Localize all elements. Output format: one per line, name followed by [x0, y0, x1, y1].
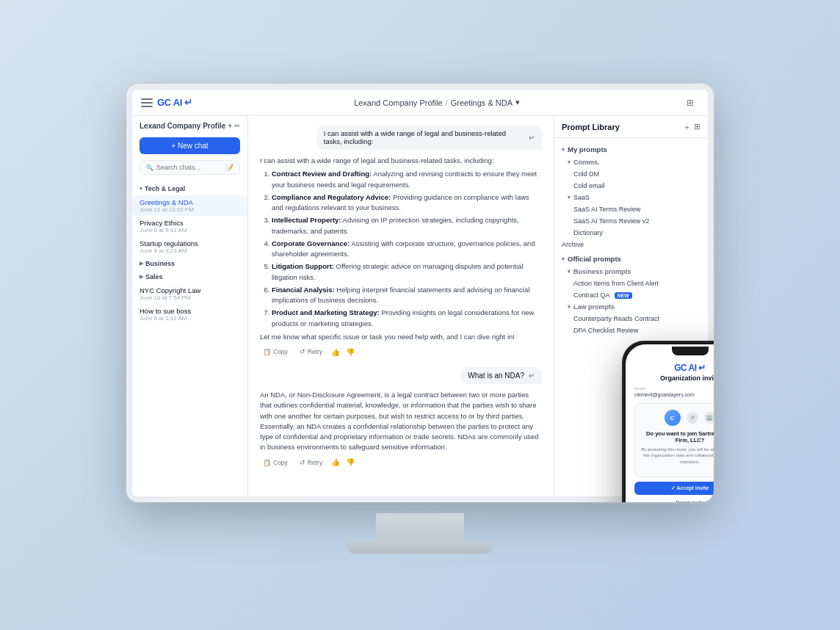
breadcrumb-separator: / [446, 98, 448, 107]
thumbup-button-1[interactable]: 👍 [331, 348, 340, 356]
subsection-label: Law prompts [573, 303, 615, 311]
section-label: Official prompts [568, 255, 621, 263]
subsection-label: SaaS [573, 194, 590, 201]
grid-icon[interactable]: ⊞ [681, 94, 699, 112]
sidebar: Lexand Company Profile ▾ ✏ + New chat 🔍 … [132, 116, 248, 496]
ai-message-2: An NDA, or Non-Disclosure Agreement, is … [260, 390, 542, 468]
pl-item-saas-terms-1[interactable]: SaaS AI Terms Review [554, 203, 708, 215]
send-icon-2: ↵ [529, 372, 535, 380]
collapse-icon: ▾ [568, 195, 571, 200]
thumbdown-button-2[interactable]: 👎 [346, 458, 355, 466]
collapse-icon: ▾ [562, 256, 565, 262]
phone-email-value: clement@gcaislayers.com [634, 392, 695, 397]
phone-overlay: GC AI ↵ Organization invite Email clemen… [622, 341, 714, 502]
collapse-icon: ▾ [568, 304, 571, 310]
reject-invite-button[interactable]: Reject invite [634, 498, 714, 502]
chat-item-title: Startup regulations [140, 239, 240, 247]
pl-subsection-comms[interactable]: ▾ Comms. [554, 156, 708, 168]
subsection-label: Comms. [573, 159, 600, 166]
retry-button-1[interactable]: ↺ Retry [297, 347, 325, 357]
chat-item-date: June 9 at 9:41 AM [140, 227, 240, 233]
user-bubble-2: What is an NDA? ↵ [460, 367, 542, 384]
ai-nda-text: An NDA, or Non-Disclosure Agreement, is … [260, 390, 542, 453]
section-label: Business [145, 260, 175, 267]
chat-item-privacy-ethics[interactable]: Privacy Ethics June 9 at 9:41 AM [132, 216, 247, 236]
collapse-icon: ▾ [568, 269, 571, 275]
send-icon: ↵ [529, 134, 535, 142]
breadcrumb-company[interactable]: Lexand Company Profile [354, 98, 442, 107]
pl-item-dictionary[interactable]: Dictionary [554, 227, 708, 239]
subsection-label: Business prompts [573, 268, 631, 275]
sidebar-section-title-business[interactable]: ▶ Business [140, 260, 240, 267]
sidebar-section-business: ▶ Business [132, 257, 247, 270]
pl-item-dpa-checklist[interactable]: DPA Checklist Review [554, 325, 708, 336]
top-bar-actions: ⊞ [681, 94, 699, 112]
copy-button-1[interactable]: 📋 Copy [260, 347, 291, 357]
profile-label: Lexand Company Profile [140, 122, 225, 130]
list-item-5: Litigation Support: Offering strategic a… [272, 261, 542, 283]
pl-section-my-prompts: ▾ My prompts ▾ Comms. Cold DM Cold email [554, 142, 708, 250]
section-label: My prompts [568, 145, 607, 153]
pl-subsection-law-prompts[interactable]: ▾ Law prompts [554, 301, 708, 313]
chat-item-title: How to sue boss [140, 307, 240, 315]
chat-item-date: June 8 at 2:12 AM [140, 315, 240, 322]
message-actions-2: 📋 Copy ↺ Retry 👍 👎 [260, 457, 542, 468]
new-chat-label: + New chat [171, 142, 208, 150]
sidebar-section-title-tech-legal[interactable]: ▾ Tech & Legal [140, 184, 240, 194]
chat-item-date: June 9 at 9:23 AM [140, 247, 240, 254]
copy-button-2[interactable]: 📋 Copy [260, 457, 291, 468]
ai-message-text-2: An NDA, or Non-Disclosure Agreement, is … [260, 390, 542, 453]
phone-title: Organization invite [660, 374, 714, 382]
pl-item-cold-email[interactable]: Cold email [554, 180, 708, 192]
accept-invite-button[interactable]: ✓ Accept invite [634, 482, 714, 495]
sidebar-section-sales: ▶ Sales [132, 270, 247, 283]
pl-item-cold-dm[interactable]: Cold DM [554, 168, 708, 180]
pl-subsection-business-prompts[interactable]: ▾ Business prompts [554, 266, 708, 278]
pl-section-title-my-prompts[interactable]: ▾ My prompts [554, 142, 708, 156]
sidebar-item-nyc-copyright[interactable]: NYC Copyright Law June 10 at 7:54 PM [132, 283, 247, 304]
breadcrumb-dropdown-icon[interactable]: ▾ [515, 98, 520, 107]
phone-invite-card: C ↺ 🏢 Do you want to join Sartrand Law F… [634, 403, 714, 477]
ai-intro: I can assist with a wide range of legal … [260, 156, 542, 166]
chat-item-greetings-nda[interactable]: Greetings & NDA June 12 at 10:02 PM [132, 195, 247, 216]
message-actions-1: 📋 Copy ↺ Retry 👍 👎 [260, 347, 542, 357]
phone-email-label: Email [634, 386, 645, 391]
pl-section-official-prompts: ▾ Official prompts ▾ Business prompts Ac… [554, 252, 708, 336]
retry-button-2[interactable]: ↺ Retry [297, 457, 325, 468]
breadcrumb-page[interactable]: Greetings & NDA [451, 98, 513, 107]
section-label: Sales [145, 273, 163, 280]
sidebar-section-title-sales[interactable]: ▶ Sales [140, 273, 240, 280]
chat-item-date: June 10 at 7:54 PM [140, 294, 240, 301]
grid-view-button[interactable]: ⊞ [694, 122, 700, 131]
sidebar-item-how-to-sue[interactable]: How to sue boss June 8 at 2:12 AM [132, 304, 247, 325]
monitor-base [347, 540, 493, 554]
ai-message-text: I can assist with a wide range of legal … [260, 156, 542, 342]
pl-item-saas-terms-2[interactable]: SaaS AI Terms Review v2 [554, 215, 708, 227]
chevron-down-icon: ▾ [228, 123, 231, 129]
thumbup-button-2[interactable]: 👍 [331, 458, 340, 466]
user-bubble: I can assist with a wide range of legal … [316, 125, 542, 150]
chat-item-startup-regs[interactable]: Startup regulations June 9 at 9:23 AM [132, 236, 247, 257]
list-item-7: Product and Marketing Strategy: Providin… [272, 308, 542, 329]
new-chat-button[interactable]: + New chat [140, 137, 240, 154]
pl-item-archive[interactable]: Archive [554, 239, 708, 250]
new-chat-icon[interactable]: 📝 [225, 164, 233, 171]
edit-icon[interactable]: ✏ [234, 122, 240, 130]
thumbdown-button-1[interactable]: 👎 [346, 348, 355, 356]
prompt-library-header-actions: + ⊞ [685, 122, 700, 131]
pl-section-title-official-prompts[interactable]: ▾ Official prompts [554, 252, 708, 266]
search-input[interactable] [156, 164, 222, 171]
add-prompt-button[interactable]: + [685, 123, 689, 131]
prompt-library-title: Prompt Library [562, 123, 620, 131]
avatar: C [665, 410, 681, 426]
ai-footer: Let me know what specific issue or task … [260, 332, 542, 342]
list-item-6: Financial Analysis: Helping interpret fi… [272, 285, 542, 306]
new-badge: NEW [615, 292, 632, 299]
sidebar-toggle-btn[interactable] [141, 98, 153, 107]
pl-subsection-saas[interactable]: ▾ SaaS [554, 192, 708, 203]
pl-item-action-items[interactable]: Action Items from Client Alert [554, 278, 708, 289]
monitor-frame: GC AI ↵ Lexand Company Profile / Greetin… [126, 84, 714, 502]
sidebar-profile[interactable]: Lexand Company Profile ▾ [140, 122, 231, 130]
pl-item-counterparty[interactable]: Counterparty Reads Contract [554, 313, 708, 325]
pl-item-contract-qa[interactable]: Contract QA NEW [554, 289, 708, 301]
